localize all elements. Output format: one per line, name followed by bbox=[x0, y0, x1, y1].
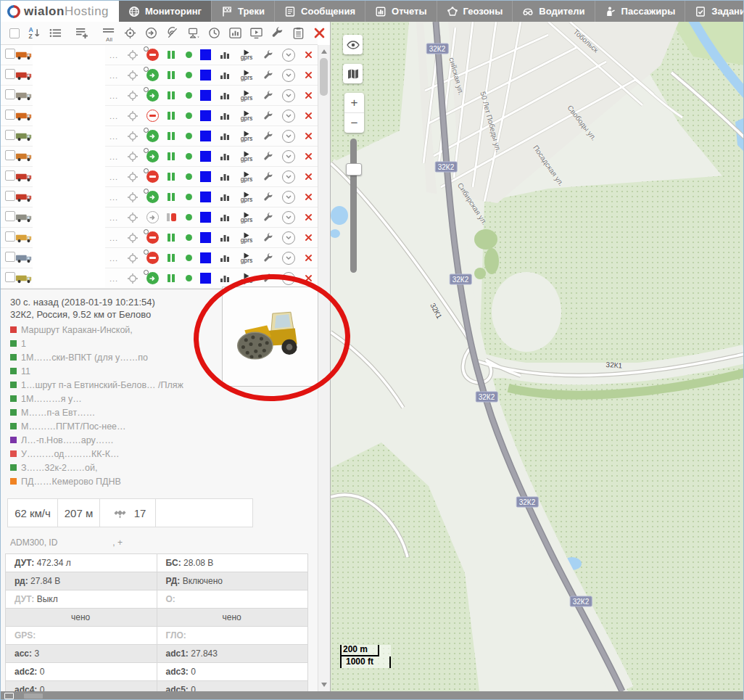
unit-properties-wrench-icon[interactable] bbox=[258, 213, 278, 223]
unit-properties-wrench-icon[interactable] bbox=[258, 91, 278, 101]
remove-x-icon[interactable] bbox=[299, 193, 318, 201]
track-color-square[interactable] bbox=[196, 90, 215, 101]
unit-checkbox[interactable] bbox=[1, 252, 15, 265]
expand-circle-icon[interactable] bbox=[278, 231, 299, 244]
track-color-square[interactable] bbox=[196, 252, 215, 263]
gprs-command-icon[interactable]: gprs bbox=[235, 131, 258, 141]
unit-checkbox[interactable] bbox=[1, 89, 15, 102]
scroll-up-icon[interactable] bbox=[321, 49, 327, 54]
gprs-command-icon[interactable]: gprs bbox=[235, 253, 258, 263]
remove-x-icon[interactable] bbox=[299, 51, 318, 59]
unit-checkbox[interactable] bbox=[1, 170, 15, 184]
unit-properties-wrench-icon[interactable] bbox=[258, 233, 278, 243]
sort-az-icon[interactable]: AZ bbox=[28, 27, 41, 39]
clear-x-icon[interactable] bbox=[313, 27, 326, 39]
tab-Геозоны[interactable]: Геозоны bbox=[437, 1, 513, 22]
locate-crosshair-icon[interactable] bbox=[123, 273, 142, 284]
graph-icon[interactable] bbox=[215, 132, 235, 141]
media-icon[interactable] bbox=[250, 27, 263, 39]
zoom-in-button[interactable]: + bbox=[344, 93, 364, 113]
unit-properties-wrench-icon[interactable] bbox=[258, 111, 278, 121]
track-color-square[interactable] bbox=[196, 131, 215, 141]
tab-Мониторинг[interactable]: Мониторинг bbox=[119, 1, 212, 22]
gprs-command-icon[interactable]: gprs bbox=[235, 70, 258, 81]
locate-crosshair-icon[interactable] bbox=[123, 232, 142, 244]
expand-circle-icon[interactable] bbox=[278, 69, 299, 82]
tab-Водители[interactable]: Водители bbox=[513, 1, 595, 22]
locate-crosshair-icon[interactable] bbox=[123, 131, 142, 142]
remove-x-icon[interactable] bbox=[299, 152, 318, 160]
remove-x-icon[interactable] bbox=[299, 173, 318, 181]
locate-crosshair-icon[interactable] bbox=[123, 212, 142, 223]
wialon-logo[interactable]: wialonHosting bbox=[1, 1, 119, 22]
tab-Отчеты[interactable]: Отчеты bbox=[365, 1, 437, 22]
tab-Пассажиры[interactable]: Пассажиры bbox=[595, 1, 686, 22]
remove-x-icon[interactable] bbox=[299, 132, 318, 140]
unit-checkbox[interactable] bbox=[1, 110, 15, 123]
locate-crosshair-icon[interactable] bbox=[123, 49, 142, 61]
remove-x-icon[interactable] bbox=[299, 112, 318, 120]
graph-icon[interactable] bbox=[215, 254, 235, 263]
show-all-icon[interactable]: All bbox=[103, 25, 115, 42]
gprs-command-icon[interactable]: gprs bbox=[235, 152, 258, 162]
unit-properties-wrench-icon[interactable] bbox=[258, 50, 278, 60]
unit-checkbox[interactable] bbox=[1, 69, 15, 82]
registry-icon[interactable] bbox=[292, 27, 305, 39]
track-color-square[interactable] bbox=[196, 273, 215, 284]
unit-properties-wrench-icon[interactable] bbox=[258, 70, 278, 81]
wrench-icon[interactable] bbox=[271, 27, 284, 39]
map[interactable]: 32К232К232К232К232К232К232К132К1сийская … bbox=[331, 22, 744, 691]
unit-checkbox[interactable] bbox=[1, 150, 15, 163]
unit-checkbox[interactable] bbox=[1, 272, 15, 285]
map-source-button[interactable] bbox=[343, 64, 363, 83]
unit-checkbox[interactable] bbox=[1, 191, 15, 204]
gprs-command-icon[interactable]: gprs bbox=[235, 233, 258, 243]
graph-icon[interactable] bbox=[215, 193, 235, 202]
zoom-out-button[interactable]: − bbox=[344, 113, 364, 133]
track-color-square[interactable] bbox=[196, 151, 215, 162]
expand-circle-icon[interactable] bbox=[278, 130, 299, 143]
remove-x-icon[interactable] bbox=[299, 254, 318, 262]
expand-circle-icon[interactable] bbox=[278, 252, 299, 265]
unit-properties-wrench-icon[interactable] bbox=[258, 192, 278, 202]
expand-circle-icon[interactable] bbox=[278, 110, 299, 123]
visibility-eye-button[interactable] bbox=[343, 35, 363, 54]
network-icon[interactable] bbox=[187, 27, 199, 39]
scrollbar-thumb[interactable] bbox=[320, 58, 328, 96]
list-view-icon[interactable] bbox=[49, 27, 62, 39]
graph-icon[interactable] bbox=[215, 71, 235, 80]
track-color-square[interactable] bbox=[196, 232, 215, 243]
follow-icon[interactable] bbox=[145, 27, 157, 39]
graph-icon[interactable] bbox=[215, 91, 235, 100]
graph-icon[interactable] bbox=[215, 213, 235, 222]
locate-crosshair-icon[interactable] bbox=[123, 70, 142, 81]
expand-circle-icon[interactable] bbox=[278, 89, 299, 102]
gprs-command-icon[interactable]: gprs bbox=[235, 50, 258, 60]
scroll-down-icon[interactable] bbox=[321, 683, 327, 687]
track-color-square[interactable] bbox=[196, 110, 215, 121]
expand-circle-icon[interactable] bbox=[278, 150, 299, 163]
tab-Задания[interactable]: Задания bbox=[685, 1, 744, 22]
quick-clock-icon[interactable] bbox=[208, 27, 220, 39]
remove-x-icon[interactable] bbox=[299, 71, 318, 79]
expand-circle-icon[interactable] bbox=[278, 211, 299, 224]
locate-crosshair-icon[interactable] bbox=[123, 171, 142, 183]
gprs-command-icon[interactable]: gprs bbox=[235, 192, 258, 202]
expand-circle-icon[interactable] bbox=[278, 170, 299, 184]
gprs-command-icon[interactable]: gprs bbox=[235, 213, 258, 223]
tab-Треки[interactable]: Треки bbox=[212, 1, 275, 22]
satellite-off-icon[interactable] bbox=[166, 27, 178, 39]
gprs-command-icon[interactable]: gprs bbox=[235, 111, 258, 121]
remove-x-icon[interactable] bbox=[299, 91, 318, 99]
zoom-slider-handle[interactable] bbox=[346, 163, 362, 176]
locate-crosshair-icon[interactable] bbox=[123, 110, 142, 122]
graph-icon[interactable] bbox=[215, 51, 235, 59]
unit-checkbox[interactable] bbox=[1, 130, 15, 143]
track-color-square[interactable] bbox=[196, 171, 215, 182]
graph-icon[interactable] bbox=[215, 112, 235, 120]
graph-icon[interactable] bbox=[215, 274, 235, 283]
gprs-command-icon[interactable]: gprs bbox=[235, 91, 258, 101]
track-color-square[interactable] bbox=[196, 49, 215, 60]
locate-crosshair-icon[interactable] bbox=[123, 151, 142, 162]
unit-checkbox[interactable] bbox=[1, 211, 15, 224]
